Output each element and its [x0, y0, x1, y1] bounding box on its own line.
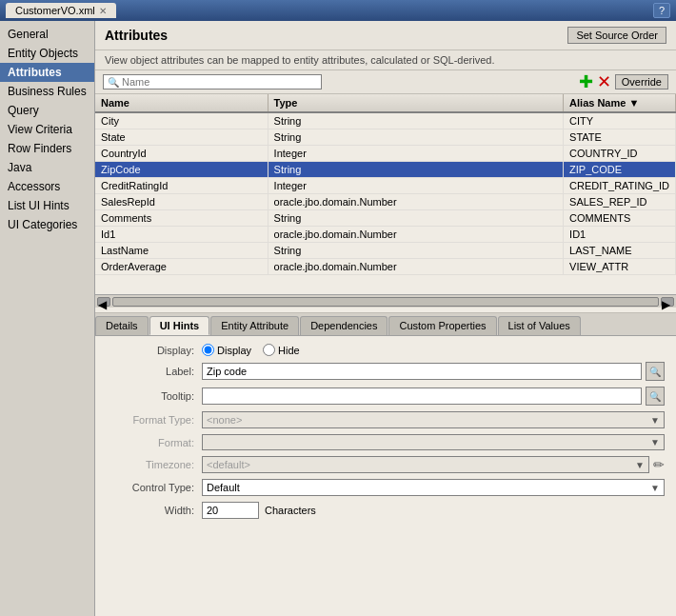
timezone-edit-button[interactable]: ✏ [653, 457, 665, 472]
cell-type: String [268, 129, 564, 146]
content-area: Attributes Set Source Order View object … [95, 21, 676, 616]
display-radio-display-input[interactable] [202, 344, 214, 356]
format-field-label: Format: [107, 437, 202, 448]
timezone-arrow-icon: ▼ [635, 460, 645, 470]
cell-alias: CITY [564, 112, 676, 129]
cell-alias: COUNTRY_ID [564, 146, 676, 162]
tab-ui-hints[interactable]: UI Hints [149, 316, 210, 335]
cell-name: ZipCode [95, 162, 268, 178]
table-row[interactable]: Id1oracle.jbo.domain.NumberID1 [95, 227, 676, 243]
cell-type: oracle.jbo.domain.Number [268, 194, 564, 210]
cell-name: SalesRepId [95, 194, 268, 210]
cell-name: Comments [95, 210, 268, 227]
col-header-alias[interactable]: Alias Name ▼ [564, 94, 676, 112]
table-row[interactable]: SalesRepIdoracle.jbo.domain.NumberSALES_… [95, 194, 676, 210]
control-type-dropdown[interactable]: Default ▼ [202, 479, 665, 496]
cell-alias: LAST_NAME [564, 243, 676, 259]
add-attribute-button[interactable]: ✚ [579, 73, 593, 90]
display-radio-hide[interactable]: Hide [263, 344, 300, 356]
control-type-label: Control Type: [107, 482, 202, 493]
sidebar-item-list-ui-hints[interactable]: List UI Hints [0, 196, 94, 215]
sidebar-item-java[interactable]: Java [0, 158, 94, 177]
cell-alias: SALES_REP_ID [564, 194, 676, 210]
timezone-dropdown[interactable]: <default> ▼ [202, 456, 649, 473]
main-layout: General Entity Objects Attributes Busine… [0, 21, 676, 616]
format-row: Format: ▼ [107, 434, 665, 450]
sidebar-item-row-finders[interactable]: Row Finders [0, 139, 94, 158]
set-source-order-button[interactable]: Set Source Order [567, 27, 666, 44]
cell-type: Integer [268, 178, 564, 194]
tooltip-input[interactable] [202, 387, 642, 405]
sidebar-item-entity-objects[interactable]: Entity Objects [0, 44, 94, 63]
table-row[interactable]: LastNameStringLAST_NAME [95, 243, 676, 259]
display-radio-display[interactable]: Display [202, 344, 251, 356]
tooltip-field-label: Tooltip: [107, 390, 202, 402]
tooltip-row: Tooltip: 🔍 [107, 387, 665, 406]
col-header-type[interactable]: Type [268, 94, 564, 112]
sidebar-item-business-rules[interactable]: Business Rules [0, 82, 94, 101]
attributes-table: Name Type Alias Name ▼ CityStringCITYSta… [95, 94, 676, 275]
cell-name: CountryId [95, 146, 268, 162]
tooltip-search-button[interactable]: 🔍 [646, 387, 665, 406]
search-input[interactable] [122, 76, 317, 88]
cell-name: OrderAverage [95, 259, 268, 275]
cell-name: City [95, 112, 268, 129]
sidebar-item-accessors[interactable]: Accessors [0, 177, 94, 196]
cell-name: CreditRatingId [95, 178, 268, 194]
timezone-label: Timezone: [107, 459, 202, 470]
sidebar-item-query[interactable]: Query [0, 101, 94, 120]
editor-tab[interactable]: CustomerVO.xml ✕ [6, 3, 116, 18]
table-row[interactable]: CountryIdIntegerCOUNTRY_ID [95, 146, 676, 162]
sidebar-item-ui-categories[interactable]: UI Categories [0, 215, 94, 234]
tab-entity-attribute[interactable]: Entity Attribute [210, 316, 299, 335]
format-type-value: <none> [207, 414, 242, 426]
scroll-left-btn[interactable]: ◀ [97, 297, 110, 307]
override-button[interactable]: Override [615, 74, 668, 89]
label-search-button[interactable]: 🔍 [646, 362, 665, 381]
cell-type: oracle.jbo.domain.Number [268, 259, 564, 275]
timezone-value: <default> [207, 459, 250, 470]
delete-attribute-button[interactable]: ✕ [597, 73, 611, 90]
search-icon: 🔍 [108, 77, 119, 88]
tab-list-of-values[interactable]: List of Values [498, 316, 581, 335]
label-input[interactable] [202, 363, 642, 380]
format-type-dropdown[interactable]: <none> ▼ [202, 411, 665, 428]
search-box[interactable]: 🔍 [103, 74, 322, 89]
attributes-toolbar: 🔍 ✚ ✕ Override [95, 70, 676, 94]
sidebar-item-attributes[interactable]: Attributes [0, 63, 94, 82]
table-row[interactable]: CreditRatingIdIntegerCREDIT_RATING_ID [95, 178, 676, 194]
close-tab-icon[interactable]: ✕ [99, 6, 107, 16]
cell-type: oracle.jbo.domain.Number [268, 227, 564, 243]
attributes-header: Attributes Set Source Order [95, 21, 676, 50]
sort-icon: ▼ [628, 97, 639, 109]
cell-type: Integer [268, 146, 564, 162]
tab-dependencies[interactable]: Dependencies [300, 316, 388, 335]
display-radio-hide-input[interactable] [263, 344, 275, 356]
tab-custom-properties[interactable]: Custom Properties [388, 316, 496, 335]
label-row: Label: 🔍 [107, 362, 665, 381]
col-header-name[interactable]: Name [95, 94, 268, 112]
attributes-table-container: Name Type Alias Name ▼ CityStringCITYSta… [95, 94, 676, 313]
display-label: Display: [107, 345, 202, 356]
display-radio-display-label: Display [217, 345, 251, 356]
help-button[interactable]: ? [653, 3, 670, 18]
sidebar-item-view-criteria[interactable]: View Criteria [0, 120, 94, 139]
tab-details[interactable]: Details [95, 316, 149, 335]
table-row[interactable]: ZipCodeStringZIP_CODE [95, 162, 676, 178]
cell-alias: COMMENTS [564, 210, 676, 227]
sidebar-item-general[interactable]: General [0, 25, 94, 44]
table-row[interactable]: StateStringSTATE [95, 129, 676, 146]
scroll-right-btn[interactable]: ▶ [661, 297, 674, 307]
table-scroll[interactable]: Name Type Alias Name ▼ CityStringCITYSta… [95, 94, 676, 294]
horizontal-scrollbar[interactable] [112, 297, 659, 307]
table-row[interactable]: OrderAverageoracle.jbo.domain.NumberVIEW… [95, 259, 676, 275]
format-dropdown[interactable]: ▼ [202, 434, 665, 450]
display-radio-hide-label: Hide [278, 345, 300, 356]
cell-type: String [268, 112, 564, 129]
section-description: View object attributes can be mapped to … [95, 50, 676, 70]
display-radio-group: Display Hide [202, 344, 300, 356]
width-input[interactable] [202, 502, 259, 519]
horizontal-scrollbar-area: ◀ ▶ [95, 294, 676, 308]
table-row[interactable]: CityStringCITY [95, 112, 676, 129]
table-row[interactable]: CommentsStringCOMMENTS [95, 210, 676, 227]
